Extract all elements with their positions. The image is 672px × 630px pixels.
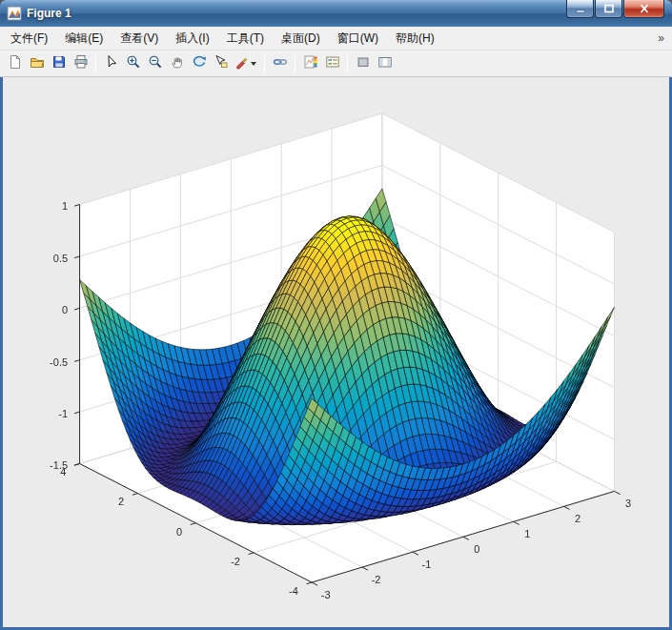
brush-dropdown-caret[interactable] [251, 62, 256, 66]
menu-item-tools[interactable]: 工具(T) [218, 27, 273, 50]
show-plot-tools-button[interactable] [374, 52, 396, 74]
titlebar[interactable]: Figure 1 [0, 0, 672, 27]
zoom-in-icon [126, 54, 141, 73]
figure-toolbar [0, 51, 672, 77]
figure-canvas-area [3, 77, 669, 627]
new-figure-icon [8, 54, 23, 73]
rotate-3d-button[interactable] [188, 52, 210, 74]
toolbar-separator [347, 54, 348, 72]
zoom-out-icon [148, 54, 163, 73]
insert-colorbar-icon [303, 54, 318, 73]
menu-item-help[interactable]: 帮助(H) [387, 27, 443, 50]
insert-legend-button[interactable] [321, 52, 343, 74]
close-button[interactable] [623, 0, 664, 18]
hand-pan-icon [170, 54, 185, 73]
edit-plot-button[interactable] [100, 52, 122, 74]
insert-colorbar-button[interactable] [299, 52, 321, 74]
figure-window: Figure 1 文件(F) 编辑(E) 查看(V) 插入(I) 工具(T) 桌… [0, 0, 672, 630]
insert-legend-icon [325, 54, 340, 73]
menu-item-file[interactable]: 文件(F) [2, 27, 56, 50]
brush-button[interactable] [232, 52, 260, 74]
save-figure-button[interactable] [48, 52, 70, 74]
link-plots-icon [273, 54, 288, 73]
maximize-button[interactable] [595, 0, 622, 18]
menu-item-edit[interactable]: 编辑(E) [56, 27, 112, 50]
menu-item-view[interactable]: 查看(V) [112, 27, 167, 50]
show-plot-tools-icon [377, 54, 393, 73]
cursor-arrow-icon [104, 54, 119, 73]
menu-item-window[interactable]: 窗口(W) [329, 27, 387, 50]
data-cursor-icon [214, 54, 229, 73]
window-controls [565, 0, 664, 18]
open-file-icon [30, 54, 45, 73]
print-icon [73, 54, 89, 73]
link-plots-button[interactable] [269, 52, 291, 74]
brush-icon [235, 54, 249, 73]
rotate-3d-icon [192, 54, 207, 73]
toolbar-separator [295, 54, 295, 72]
toolbar-separator [95, 54, 96, 72]
new-figure-button[interactable] [4, 52, 26, 74]
hide-plot-tools-button[interactable] [352, 52, 374, 74]
hide-plot-tools-icon [356, 54, 371, 73]
window-title: Figure 1 [27, 7, 71, 20]
pan-button[interactable] [166, 52, 188, 74]
data-cursor-button[interactable] [210, 52, 232, 74]
zoom-out-button[interactable] [144, 52, 166, 74]
minimize-button[interactable] [566, 0, 594, 18]
figure-app-icon [7, 6, 22, 21]
save-icon [51, 54, 67, 73]
zoom-in-button[interactable] [122, 52, 144, 74]
menu-overflow-chevron[interactable]: » [658, 31, 664, 45]
menu-item-insert[interactable]: 插入(I) [167, 27, 217, 50]
open-file-button[interactable] [26, 52, 48, 74]
surface-plot[interactable] [3, 77, 669, 627]
print-figure-button[interactable] [70, 52, 92, 74]
toolbar-separator [264, 54, 265, 72]
menubar: 文件(F) 编辑(E) 查看(V) 插入(I) 工具(T) 桌面(D) 窗口(W… [0, 27, 672, 51]
menu-item-desktop[interactable]: 桌面(D) [273, 27, 329, 50]
